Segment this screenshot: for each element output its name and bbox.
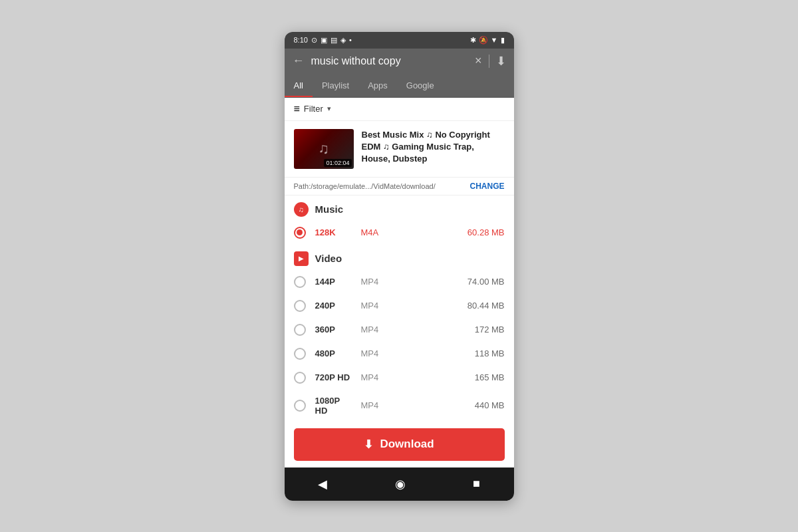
video-option-480p[interactable]: 480P MP4 118 MB xyxy=(285,342,514,366)
back-arrow-icon[interactable]: ← xyxy=(293,54,305,68)
sim-icon: ▤ xyxy=(331,36,337,45)
format-360p: MP4 xyxy=(361,325,466,334)
nav-back-button[interactable]: ◀ xyxy=(305,474,340,494)
change-path-button[interactable]: CHANGE xyxy=(469,182,504,191)
video-info-row: ♫ 01:02:04 Best Music Mix ♫ No Copyright… xyxy=(285,121,514,178)
nav-bar: ◀ ◉ ■ xyxy=(285,467,514,501)
radio-360p[interactable] xyxy=(294,324,306,336)
music-option-128k[interactable]: 128K M4A 60.28 MB xyxy=(285,221,514,245)
format-240p: MP4 xyxy=(361,301,458,311)
search-bar: ← music without copy × ⬇ xyxy=(285,49,514,74)
download-icon: ⬇ xyxy=(364,438,373,452)
tabs-bar: All Playlist Apps Google xyxy=(285,74,514,98)
video-section-title: Video xyxy=(315,253,342,264)
video-icon: ▶ xyxy=(294,251,309,266)
tab-playlist[interactable]: Playlist xyxy=(313,74,358,97)
status-time: 8:10 xyxy=(294,36,308,44)
download-button[interactable]: ⬇ Download xyxy=(294,428,505,461)
size-240p: 80.44 MB xyxy=(467,301,505,311)
quality-480p: 480P xyxy=(315,348,352,358)
dot-icon: • xyxy=(349,36,352,44)
radio-480p[interactable] xyxy=(294,348,306,360)
tab-all[interactable]: All xyxy=(285,74,313,97)
size-128k: 60.28 MB xyxy=(467,227,505,237)
video-title: Best Music Mix ♫ No Copyright EDM ♫ Gami… xyxy=(362,129,505,166)
video-option-1080p[interactable]: 1080P HD MP4 440 MB xyxy=(285,390,514,422)
wifi-icon: ⊙ xyxy=(311,36,317,45)
divider xyxy=(489,55,489,68)
clear-icon[interactable]: × xyxy=(475,54,482,68)
quality-128k: 128K xyxy=(315,227,352,237)
music-thumb-icon: ♫ xyxy=(318,140,329,158)
battery-icon: ▮ xyxy=(501,36,505,45)
tab-google[interactable]: Google xyxy=(397,74,444,97)
music-section-title: Music xyxy=(315,203,344,215)
quality-240p: 240P xyxy=(315,301,352,311)
quality-720p: 720P HD xyxy=(315,372,352,382)
bluetooth-icon: ✱ xyxy=(470,36,476,45)
size-360p: 172 MB xyxy=(475,325,505,334)
video-option-240p[interactable]: 240P MP4 80.44 MB xyxy=(285,294,514,318)
size-720p: 165 MB xyxy=(475,372,505,382)
status-left: 8:10 ⊙ ▣ ▤ ◈ • xyxy=(294,36,352,45)
radio-240p[interactable] xyxy=(294,300,306,312)
nav-home-button[interactable]: ◉ xyxy=(382,474,419,494)
video-option-720p[interactable]: 720P HD MP4 165 MB xyxy=(285,366,514,390)
nav-recent-button[interactable]: ■ xyxy=(460,474,493,493)
music-icon: ♫ xyxy=(294,202,309,217)
radio-144p[interactable] xyxy=(294,276,306,288)
radio-720p[interactable] xyxy=(294,372,306,384)
path-text: Path:/storage/emulate.../VidMate/downloa… xyxy=(294,182,436,190)
size-480p: 118 MB xyxy=(475,348,505,358)
status-bar: 8:10 ⊙ ▣ ▤ ◈ • ✱ 🔕 ▼ ▮ xyxy=(285,32,514,49)
status-right: ✱ 🔕 ▼ ▮ xyxy=(470,36,505,45)
music-section-header: ♫ Music xyxy=(285,196,514,221)
chevron-down-icon: ▾ xyxy=(327,104,331,113)
video-option-144p[interactable]: 144P MP4 74.00 MB xyxy=(285,270,514,294)
filter-icon: ≡ xyxy=(294,103,300,115)
content-area: ♫ 01:02:04 Best Music Mix ♫ No Copyright… xyxy=(285,121,514,467)
radio-1080p[interactable] xyxy=(294,400,306,412)
video-duration: 01:02:04 xyxy=(324,159,351,167)
format-720p: MP4 xyxy=(361,372,466,382)
filter-bar[interactable]: ≡ Filter ▾ xyxy=(285,98,514,121)
video-section-header: ▶ Video xyxy=(285,245,514,270)
search-query[interactable]: music without copy xyxy=(311,55,468,67)
phone-frame: 8:10 ⊙ ▣ ▤ ◈ • ✱ 🔕 ▼ ▮ ← music without c… xyxy=(285,32,514,501)
filter-label: Filter xyxy=(304,104,323,114)
path-row: Path:/storage/emulate.../VidMate/downloa… xyxy=(285,178,514,196)
quality-1080p: 1080P HD xyxy=(315,396,352,416)
location-icon: ◈ xyxy=(340,36,346,45)
format-1080p: MP4 xyxy=(361,400,466,410)
radio-128k[interactable] xyxy=(294,227,306,239)
signal-strength-icon: ▼ xyxy=(491,36,498,44)
size-144p: 74.00 MB xyxy=(467,277,505,287)
mute-icon: 🔕 xyxy=(479,36,488,45)
quality-360p: 360P xyxy=(315,325,352,334)
format-144p: MP4 xyxy=(361,277,458,287)
download-icon[interactable]: ⬇ xyxy=(496,54,506,68)
download-label: Download xyxy=(380,438,434,451)
format-480p: MP4 xyxy=(361,348,466,358)
quality-144p: 144P xyxy=(315,277,352,287)
format-m4a: M4A xyxy=(361,227,458,237)
video-option-360p[interactable]: 360P MP4 172 MB xyxy=(285,318,514,342)
signal-icon: ▣ xyxy=(321,36,327,45)
size-1080p: 440 MB xyxy=(475,400,505,410)
tab-apps[interactable]: Apps xyxy=(358,74,397,97)
video-thumbnail: ♫ 01:02:04 xyxy=(294,129,354,169)
